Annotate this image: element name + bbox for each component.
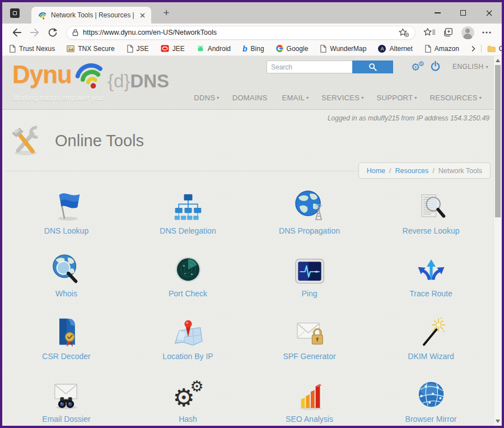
back-button[interactable]	[8, 25, 26, 40]
bookmarks-overflow-chevron-icon[interactable]	[471, 45, 475, 52]
tool-dns-lookup[interactable]: DNS Lookup	[6, 187, 127, 235]
nav-email[interactable]: EMAIL▾	[282, 94, 309, 102]
page-scrollbar[interactable]	[493, 56, 502, 426]
reverse-lookup-document-magnifier-icon	[416, 192, 447, 223]
forward-button[interactable]	[26, 25, 44, 40]
window-maximize-button[interactable]	[450, 2, 476, 24]
window-close-button[interactable]	[476, 2, 502, 24]
new-tab-button[interactable]: +	[159, 6, 174, 20]
bookmark-bing[interactable]: b Bing	[242, 44, 264, 53]
hash-gears-icon: ⚙⚙	[172, 379, 204, 411]
bookmark-tnx-secure[interactable]: TNX Secure	[67, 45, 114, 53]
tab-close-icon[interactable]	[138, 11, 147, 20]
tool-csr-decoder[interactable]: CSR Decoder	[6, 313, 127, 361]
scrollbar-thumb[interactable]	[495, 65, 501, 217]
scrollbar-down-arrow-icon[interactable]	[496, 420, 500, 423]
logo-dns-text: {d}DNS	[108, 71, 169, 92]
bookmark-alternet[interactable]: A Alternet	[378, 45, 412, 53]
search-icon	[368, 63, 377, 71]
tool-email-dossier[interactable]: Email Dossier	[6, 375, 127, 424]
image-icon	[67, 45, 74, 52]
web-page-content: Dynu {d}DNS Working hard to empower you!	[2, 56, 502, 426]
tool-hash[interactable]: ⚙⚙ Hash	[127, 375, 249, 424]
tool-trace-route[interactable]: Trace Route	[370, 250, 492, 298]
tool-whois[interactable]: Whois	[6, 250, 127, 298]
bookmark-amazon[interactable]: Amazon	[424, 45, 459, 53]
collections-button[interactable]	[439, 25, 458, 40]
page-icon	[424, 45, 431, 53]
tool-dkim-wizard[interactable]: DKIM Wizard	[370, 313, 492, 361]
port-check-radar-icon	[172, 254, 204, 286]
breadcrumb: Home / Resources / Network Tools	[2, 161, 502, 182]
seo-analysis-bar-chart-icon	[295, 380, 325, 411]
tool-dns-delegation[interactable]: DNS Delegation	[127, 187, 249, 235]
folder-icon	[487, 45, 496, 52]
tool-dns-propagation[interactable]: DNS Propagation	[249, 187, 370, 235]
browser-tab[interactable]: Network Tools | Resources | Dynu	[31, 7, 151, 24]
nav-services[interactable]: SERVICES▾	[321, 94, 363, 102]
alternet-icon: A	[378, 45, 386, 53]
logout-power-icon[interactable]	[430, 61, 441, 74]
nav-support[interactable]: SUPPORT▾	[377, 94, 417, 102]
dkim-wizard-magic-wand-icon	[417, 316, 446, 348]
tool-port-check[interactable]: Port Check	[127, 250, 249, 298]
tool-ping[interactable]: Ping	[249, 250, 370, 298]
tool-reverse-lookup[interactable]: Reverse Lookup	[370, 187, 492, 235]
tab-actions-button[interactable]	[10, 8, 20, 18]
tool-seo-analysis[interactable]: SEO Analysis	[249, 375, 370, 424]
bookmark-android[interactable]: Android	[197, 45, 231, 53]
search-input[interactable]	[267, 61, 352, 73]
nav-domains[interactable]: DOMAINS	[232, 94, 269, 102]
tool-location-by-ip[interactable]: Location By IP	[127, 313, 249, 361]
bookmark-wundermap[interactable]: WunderMap	[320, 45, 366, 53]
csr-decoder-certificate-icon	[52, 316, 81, 348]
window-minimize-button[interactable]	[424, 2, 450, 24]
page-icon	[127, 45, 133, 53]
control-panel-gears-icon[interactable]: ⚙ ⚙	[411, 61, 426, 73]
main-nav: DDNS▾ DOMAINS EMAIL▾ SERVICES▾ SUPPORT▾ …	[194, 94, 482, 102]
site-header: Dynu {d}DNS Working hard to empower you!	[2, 56, 502, 110]
address-bar[interactable]: https://www.dynu.com/en-US/NetworkTools	[66, 26, 416, 40]
url-text[interactable]: https://www.dynu.com/en-US/NetworkTools	[83, 29, 394, 36]
settings-menu-button[interactable]	[477, 25, 496, 40]
bookmark-trust-nexus[interactable]: Trust Nexus	[9, 45, 55, 53]
tool-browser-mirror[interactable]: Browser Mirror	[370, 375, 492, 424]
bookmark-jee[interactable]: JEE	[161, 45, 185, 53]
page-title: Online Tools	[55, 132, 144, 150]
favorites-button[interactable]	[420, 25, 439, 40]
minimize-icon	[435, 12, 441, 13]
lock-icon	[72, 29, 78, 36]
dns-lookup-flag-icon	[50, 190, 83, 223]
page-icon	[9, 45, 16, 53]
titlebar: Network Tools | Resources | Dynu +	[2, 2, 502, 24]
whois-globe-magnifier-icon	[50, 253, 83, 286]
tool-spf-generator[interactable]: SPF Generator	[249, 313, 370, 361]
dynu-favicon-wifi-icon	[38, 11, 47, 20]
dynu-wifi-logo-icon	[74, 59, 105, 92]
language-selector[interactable]: ENGLISH ▾	[452, 63, 488, 71]
bookmark-google[interactable]: Google	[276, 45, 309, 53]
site-search	[267, 61, 393, 73]
scrollbar-up-arrow-icon[interactable]	[496, 59, 500, 62]
search-button[interactable]	[352, 61, 393, 73]
spf-generator-envelope-lock-icon	[293, 318, 326, 348]
other-favorites-button[interactable]: Other favorites	[487, 45, 504, 53]
nav-ddns[interactable]: DDNS▾	[194, 94, 219, 102]
bing-icon: b	[242, 44, 248, 53]
window-controls	[424, 2, 502, 24]
refresh-button[interactable]	[44, 25, 62, 40]
breadcrumb-resources-link[interactable]: Resources	[395, 167, 428, 175]
dns-propagation-globe-icon	[293, 189, 326, 223]
bookmark-jse[interactable]: JSE	[127, 45, 149, 53]
add-favorite-icon[interactable]	[398, 28, 409, 38]
logo-tagline: Working hard to empower you!	[13, 94, 104, 102]
breadcrumb-home-link[interactable]: Home	[367, 167, 385, 175]
google-icon	[276, 45, 283, 52]
page-icon	[320, 45, 326, 53]
nav-resources[interactable]: RESOURCES▾	[430, 94, 482, 102]
browser-toolbar: https://www.dynu.com/en-US/NetworkTools	[2, 24, 502, 41]
dynu-logo-text[interactable]: Dynu	[12, 61, 72, 89]
ping-monitor-pulse-icon	[293, 258, 326, 286]
maximize-icon	[460, 10, 466, 16]
profile-button[interactable]	[458, 25, 477, 40]
